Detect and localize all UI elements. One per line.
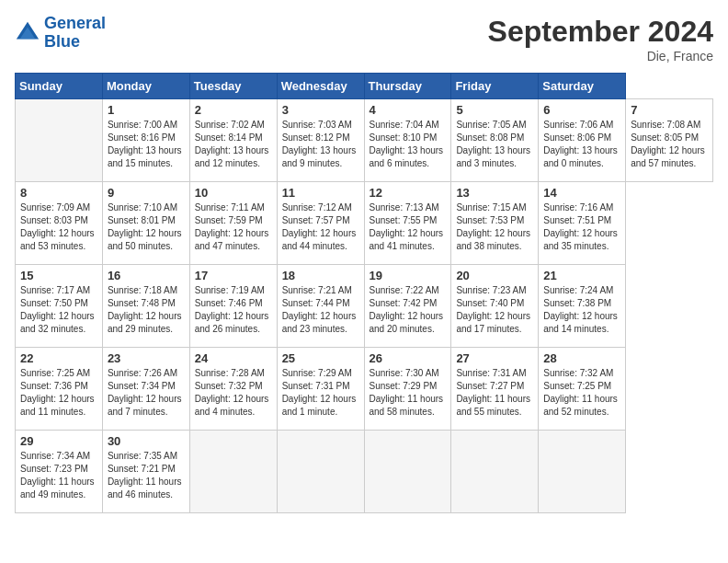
calendar-cell: 17Sunrise: 7:19 AMSunset: 7:46 PMDayligh… <box>189 265 277 348</box>
day-number: 2 <box>195 103 272 117</box>
calendar-cell: 12Sunrise: 7:13 AMSunset: 7:55 PMDayligh… <box>364 182 451 265</box>
day-detail: Sunrise: 7:18 AMSunset: 7:48 PMDaylight:… <box>108 284 185 336</box>
location: Die, France <box>488 49 713 63</box>
day-number: 7 <box>631 103 708 117</box>
day-number: 19 <box>370 269 447 282</box>
day-detail: Sunrise: 7:12 AMSunset: 7:57 PMDaylight:… <box>282 201 359 253</box>
day-number: 20 <box>456 269 533 282</box>
day-number: 23 <box>108 351 185 365</box>
calendar-cell <box>539 431 626 513</box>
day-detail: Sunrise: 7:24 AMSunset: 7:38 PMDaylight:… <box>543 284 620 336</box>
title-block: September 2024 Die, France <box>488 15 713 63</box>
day-header-row: SundayMondayTuesdayWednesdayThursdayFrid… <box>16 74 713 99</box>
calendar-cell: 11Sunrise: 7:12 AMSunset: 7:57 PMDayligh… <box>277 182 364 265</box>
day-number: 27 <box>456 351 533 365</box>
calendar-cell: 10Sunrise: 7:11 AMSunset: 7:59 PMDayligh… <box>189 182 277 265</box>
calendar-week-0: 1Sunrise: 7:00 AMSunset: 8:16 PMDaylight… <box>16 99 713 182</box>
day-number: 29 <box>20 434 97 448</box>
calendar-cell: 13Sunrise: 7:15 AMSunset: 7:53 PMDayligh… <box>451 182 539 265</box>
day-detail: Sunrise: 7:26 AMSunset: 7:34 PMDaylight:… <box>108 367 185 419</box>
day-number: 26 <box>370 351 447 365</box>
day-detail: Sunrise: 7:19 AMSunset: 7:46 PMDaylight:… <box>195 284 272 336</box>
day-number: 1 <box>108 103 185 117</box>
day-detail: Sunrise: 7:06 AMSunset: 8:06 PMDaylight:… <box>543 119 620 170</box>
logo-text: General Blue <box>44 15 106 52</box>
calendar-cell: 6Sunrise: 7:06 AMSunset: 8:06 PMDaylight… <box>539 99 626 182</box>
calendar-cell: 21Sunrise: 7:24 AMSunset: 7:38 PMDayligh… <box>539 265 626 348</box>
day-detail: Sunrise: 7:17 AMSunset: 7:50 PMDaylight:… <box>20 284 97 336</box>
calendar-cell: 9Sunrise: 7:10 AMSunset: 8:01 PMDaylight… <box>102 182 189 265</box>
day-header-friday: Friday <box>451 74 539 99</box>
day-detail: Sunrise: 7:25 AMSunset: 7:36 PMDaylight:… <box>20 367 97 419</box>
day-detail: Sunrise: 7:35 AMSunset: 7:21 PMDaylight:… <box>108 450 185 501</box>
logo: General Blue <box>15 15 106 52</box>
day-detail: Sunrise: 7:02 AMSunset: 8:14 PMDaylight:… <box>195 119 272 170</box>
calendar-week-1: 8Sunrise: 7:09 AMSunset: 8:03 PMDaylight… <box>16 182 713 265</box>
day-header-thursday: Thursday <box>364 74 451 99</box>
day-detail: Sunrise: 7:22 AMSunset: 7:42 PMDaylight:… <box>370 284 447 336</box>
day-detail: Sunrise: 7:34 AMSunset: 7:23 PMDaylight:… <box>20 450 97 501</box>
day-detail: Sunrise: 7:08 AMSunset: 8:05 PMDaylight:… <box>631 119 708 170</box>
day-number: 22 <box>20 351 97 365</box>
calendar-cell: 26Sunrise: 7:30 AMSunset: 7:29 PMDayligh… <box>364 348 451 431</box>
calendar-cell <box>451 431 539 513</box>
calendar-cell <box>16 99 103 182</box>
calendar-cell: 28Sunrise: 7:32 AMSunset: 7:25 PMDayligh… <box>539 348 626 431</box>
calendar-cell: 19Sunrise: 7:22 AMSunset: 7:42 PMDayligh… <box>364 265 451 348</box>
calendar-cell: 14Sunrise: 7:16 AMSunset: 7:51 PMDayligh… <box>539 182 626 265</box>
day-detail: Sunrise: 7:23 AMSunset: 7:40 PMDaylight:… <box>456 284 533 336</box>
day-detail: Sunrise: 7:32 AMSunset: 7:25 PMDaylight:… <box>543 367 620 419</box>
calendar-week-3: 22Sunrise: 7:25 AMSunset: 7:36 PMDayligh… <box>16 348 713 431</box>
calendar-cell: 16Sunrise: 7:18 AMSunset: 7:48 PMDayligh… <box>102 265 189 348</box>
calendar-cell: 23Sunrise: 7:26 AMSunset: 7:34 PMDayligh… <box>102 348 189 431</box>
calendar-cell <box>364 431 451 513</box>
calendar-cell: 18Sunrise: 7:21 AMSunset: 7:44 PMDayligh… <box>277 265 364 348</box>
calendar-week-2: 15Sunrise: 7:17 AMSunset: 7:50 PMDayligh… <box>16 265 713 348</box>
day-detail: Sunrise: 7:13 AMSunset: 7:55 PMDaylight:… <box>370 201 447 253</box>
calendar-cell: 20Sunrise: 7:23 AMSunset: 7:40 PMDayligh… <box>451 265 539 348</box>
day-number: 25 <box>282 351 359 365</box>
calendar-cell: 5Sunrise: 7:05 AMSunset: 8:08 PMDaylight… <box>451 99 539 182</box>
day-detail: Sunrise: 7:15 AMSunset: 7:53 PMDaylight:… <box>456 201 533 253</box>
day-number: 12 <box>370 186 447 200</box>
day-number: 17 <box>195 269 272 282</box>
day-header-tuesday: Tuesday <box>189 74 277 99</box>
day-header-monday: Monday <box>102 74 189 99</box>
day-detail: Sunrise: 7:28 AMSunset: 7:32 PMDaylight:… <box>195 367 272 419</box>
calendar-cell: 22Sunrise: 7:25 AMSunset: 7:36 PMDayligh… <box>16 348 103 431</box>
day-number: 15 <box>20 269 97 282</box>
month-title: September 2024 <box>488 15 713 49</box>
calendar-cell: 27Sunrise: 7:31 AMSunset: 7:27 PMDayligh… <box>451 348 539 431</box>
day-header-wednesday: Wednesday <box>277 74 364 99</box>
calendar-week-4: 29Sunrise: 7:34 AMSunset: 7:23 PMDayligh… <box>16 431 713 513</box>
calendar-cell: 29Sunrise: 7:34 AMSunset: 7:23 PMDayligh… <box>16 431 103 513</box>
day-detail: Sunrise: 7:10 AMSunset: 8:01 PMDaylight:… <box>108 201 185 253</box>
calendar-cell <box>189 431 277 513</box>
day-detail: Sunrise: 7:00 AMSunset: 8:16 PMDaylight:… <box>108 119 185 170</box>
logo-icon <box>15 20 40 46</box>
calendar-table: SundayMondayTuesdayWednesdayThursdayFrid… <box>15 73 713 513</box>
day-header-saturday: Saturday <box>539 74 626 99</box>
day-detail: Sunrise: 7:21 AMSunset: 7:44 PMDaylight:… <box>282 284 359 336</box>
calendar-cell: 25Sunrise: 7:29 AMSunset: 7:31 PMDayligh… <box>277 348 364 431</box>
day-header-sunday: Sunday <box>16 74 103 99</box>
day-number: 10 <box>195 186 272 200</box>
day-detail: Sunrise: 7:05 AMSunset: 8:08 PMDaylight:… <box>456 119 533 170</box>
day-detail: Sunrise: 7:11 AMSunset: 7:59 PMDaylight:… <box>195 201 272 253</box>
day-number: 3 <box>282 103 359 117</box>
calendar-cell: 8Sunrise: 7:09 AMSunset: 8:03 PMDaylight… <box>16 182 103 265</box>
calendar-cell: 3Sunrise: 7:03 AMSunset: 8:12 PMDaylight… <box>277 99 364 182</box>
day-detail: Sunrise: 7:03 AMSunset: 8:12 PMDaylight:… <box>282 119 359 170</box>
day-number: 4 <box>370 103 447 117</box>
day-detail: Sunrise: 7:04 AMSunset: 8:10 PMDaylight:… <box>370 119 447 170</box>
day-detail: Sunrise: 7:31 AMSunset: 7:27 PMDaylight:… <box>456 367 533 419</box>
day-number: 8 <box>20 186 97 200</box>
day-number: 30 <box>108 434 185 448</box>
day-number: 11 <box>282 186 359 200</box>
page-header: General Blue September 2024 Die, France <box>15 15 713 63</box>
day-number: 16 <box>108 269 185 282</box>
day-number: 21 <box>543 269 620 282</box>
day-number: 24 <box>195 351 272 365</box>
calendar-cell: 24Sunrise: 7:28 AMSunset: 7:32 PMDayligh… <box>189 348 277 431</box>
day-number: 28 <box>543 351 620 365</box>
